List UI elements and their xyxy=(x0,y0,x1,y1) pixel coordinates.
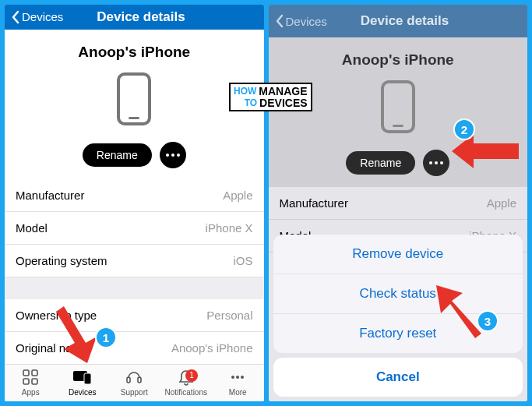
more-button[interactable] xyxy=(423,150,449,176)
svg-rect-0 xyxy=(118,74,150,124)
tab-apps[interactable]: Apps xyxy=(5,365,57,401)
sheet-cancel[interactable]: Cancel xyxy=(273,358,523,397)
devices-icon xyxy=(72,369,93,386)
svg-rect-13 xyxy=(382,82,414,132)
value: iPhone X xyxy=(206,221,253,235)
svg-rect-1 xyxy=(129,117,139,119)
tab-label: Notifications xyxy=(165,388,207,397)
value: Apple xyxy=(223,189,252,202)
tab-label: Apps xyxy=(22,388,40,397)
row-manufacturer: Manufacturer Apple xyxy=(5,179,264,212)
value: Personal xyxy=(206,309,252,322)
row-model: Model iPhone X xyxy=(5,212,264,245)
logo-devices: DEVICES xyxy=(259,97,307,109)
svg-rect-2 xyxy=(23,370,29,376)
logo-manage: MANAGE xyxy=(259,86,307,97)
actions-row: Rename xyxy=(5,142,264,168)
phone-icon xyxy=(116,72,152,126)
more-icon xyxy=(229,369,246,386)
logo-watermark: HOW MANAGE TO DEVICES xyxy=(229,83,312,111)
section-gap xyxy=(5,277,264,299)
svg-rect-4 xyxy=(23,379,29,384)
arrow-icon-3 xyxy=(427,279,489,341)
row-manufacturer: Manufacturer Apple xyxy=(269,187,528,220)
rename-button[interactable]: Rename xyxy=(83,143,152,167)
rename-button[interactable]: Rename xyxy=(346,151,415,175)
tab-label: Support xyxy=(121,388,148,397)
svg-rect-14 xyxy=(393,125,403,127)
phone-right: Devices Device details Anoop's iPhone Re… xyxy=(269,5,528,401)
phone-icon xyxy=(380,79,416,134)
device-header: Anoop's iPhone Rename xyxy=(5,30,264,179)
label: Operating system xyxy=(16,254,107,267)
chevron-left-icon xyxy=(11,10,20,24)
svg-point-11 xyxy=(236,376,239,379)
chevron-left-icon xyxy=(275,14,284,28)
tab-devices[interactable]: Devices xyxy=(57,365,109,401)
nav-title: Device details xyxy=(24,9,257,25)
tab-support[interactable]: Support xyxy=(108,365,160,401)
label: Model xyxy=(16,221,48,235)
nav-bar: Devices Device details xyxy=(269,5,528,37)
sheet-remove-device[interactable]: Remove device xyxy=(273,235,523,274)
svg-rect-8 xyxy=(127,377,130,383)
label: Manufacturer xyxy=(280,196,348,210)
row-ownership: Ownership type Personal xyxy=(5,299,264,332)
svg-point-12 xyxy=(241,376,244,379)
tab-label: Devices xyxy=(69,388,97,397)
tab-bar: Apps Devices Support Notifications 1 Mor… xyxy=(5,364,264,401)
svg-rect-5 xyxy=(32,379,37,384)
tab-notifications[interactable]: Notifications 1 xyxy=(160,365,213,401)
svg-rect-9 xyxy=(138,377,141,383)
nav-bar: Devices Device details xyxy=(5,5,264,30)
step-badge-2: 2 xyxy=(453,118,475,140)
value: iOS xyxy=(233,254,252,267)
device-name: Anoop's iPhone xyxy=(5,44,264,61)
nav-title: Device details xyxy=(288,13,521,29)
logo-to: TO xyxy=(245,98,257,108)
label: Manufacturer xyxy=(16,189,84,202)
details-list: Manufacturer Apple Model iPhone X Operat… xyxy=(5,179,264,364)
arrow-icon-1 xyxy=(48,302,103,365)
value: Anoop's iPhone xyxy=(171,341,253,355)
apps-icon xyxy=(22,369,39,386)
step-badge-1: 1 xyxy=(95,327,117,348)
row-original-name: Original name Anoop's iPhone xyxy=(5,332,264,364)
phone-left: Devices Device details Anoop's iPhone Re… xyxy=(5,5,264,401)
svg-rect-7 xyxy=(84,373,91,384)
support-icon xyxy=(125,369,143,386)
value: Apple xyxy=(487,196,516,210)
logo-how: HOW xyxy=(234,86,256,97)
step-badge-3: 3 xyxy=(477,310,499,332)
tab-more[interactable]: More xyxy=(212,365,264,401)
svg-rect-3 xyxy=(32,370,37,376)
row-os: Operating system iOS xyxy=(5,245,264,277)
device-name: Anoop's iPhone xyxy=(269,51,528,69)
tab-label: More xyxy=(229,388,247,397)
more-button[interactable] xyxy=(160,142,186,168)
notification-badge: 1 xyxy=(185,369,198,382)
svg-point-10 xyxy=(231,376,234,379)
